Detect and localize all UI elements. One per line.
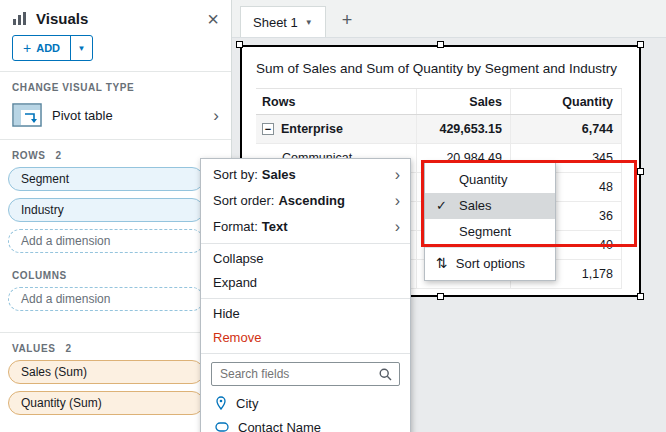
menu-item-sort-order[interactable]: Sort order:Ascending › <box>201 188 410 214</box>
visual-type-label: Pivot table <box>52 108 213 123</box>
table-row: − Enterprise 429,653.15 6,744 <box>256 115 622 144</box>
add-sheet-button[interactable]: + <box>342 11 353 29</box>
search-field-container <box>201 357 410 391</box>
field-label: Contact Name <box>238 420 321 432</box>
menu-item-format[interactable]: Format:Text › <box>201 214 410 240</box>
row-pill-industry[interactable]: Industry <box>8 198 204 222</box>
add-button[interactable]: + ADD ▼ <box>12 35 93 61</box>
change-visual-type-label: CHANGE VISUAL TYPE <box>0 72 231 99</box>
rows-section-label: ROWS 2 <box>0 140 231 167</box>
chevron-down-icon[interactable]: ▼ <box>305 18 313 27</box>
tab-label: Sheet 1 <box>253 15 298 30</box>
col-header-rows: Rows <box>256 89 416 114</box>
selection-handle[interactable] <box>637 293 644 300</box>
chevron-down-icon: ▼ <box>78 44 86 53</box>
location-pin-icon <box>215 396 227 410</box>
menu-item-sort-by[interactable]: Sort by:Sales › <box>201 162 410 188</box>
menu-item-remove[interactable]: Remove <box>201 326 410 350</box>
chevron-right-icon: › <box>213 107 219 124</box>
visuals-panel: Visuals × + ADD ▼ CHANGE VISUAL TYPE Piv… <box>0 0 232 432</box>
add-button-caret[interactable]: ▼ <box>70 36 92 60</box>
selection-handle[interactable] <box>437 41 444 48</box>
value-pill-quantity[interactable]: Quantity (Sum) <box>8 391 204 415</box>
menu-divider <box>201 353 410 354</box>
selection-handle[interactable] <box>236 41 243 48</box>
context-menu: Sort by:Sales › Sort order:Ascending › F… <box>200 158 411 432</box>
values-count: 2 <box>65 343 71 354</box>
collapse-icon[interactable]: − <box>262 123 274 135</box>
sort-arrows-icon: ⇅ <box>436 255 448 271</box>
panel-title: Visuals <box>36 10 207 27</box>
columns-section-label: COLUMNS <box>0 260 231 287</box>
field-item-contact-name[interactable]: Contact Name <box>201 415 410 432</box>
menu-divider <box>201 298 410 299</box>
row-pill-segment[interactable]: Segment <box>8 167 204 191</box>
sheet-tab-bar: Sheet 1 ▼ + <box>232 0 666 38</box>
rows-count: 2 <box>56 150 62 161</box>
add-dimension-row-well[interactable]: Add a dimension <box>8 229 204 253</box>
menu-divider <box>425 247 555 248</box>
value-pill-sales[interactable]: Sales (Sum) <box>8 360 204 384</box>
submenu-arrow-icon: › <box>395 162 400 188</box>
search-input[interactable] <box>211 362 400 386</box>
visual-title: Sum of Sales and Sum of Quantity by Segm… <box>256 61 617 76</box>
menu-divider <box>201 243 410 244</box>
sort-by-submenu: Quantity ✓ Sales Segment ⇅ Sort options <box>424 162 556 281</box>
table-header-row: Rows Sales Quantity <box>256 89 622 115</box>
cell-sales: 429,653.15 <box>416 115 510 143</box>
submenu-item-quantity[interactable]: Quantity <box>425 167 555 193</box>
submenu-arrow-icon: › <box>395 214 400 240</box>
tab-sheet-1[interactable]: Sheet 1 ▼ <box>240 6 326 37</box>
menu-item-expand[interactable]: Expand <box>201 271 410 295</box>
submenu-item-segment[interactable]: Segment <box>425 219 555 245</box>
submenu-arrow-icon: › <box>395 188 400 214</box>
col-header-sales: Sales <box>416 89 510 114</box>
field-item-city[interactable]: City <box>201 391 410 415</box>
menu-item-hide[interactable]: Hide <box>201 302 410 326</box>
col-header-quantity: Quantity <box>510 89 622 114</box>
add-button-label: ADD <box>36 42 60 54</box>
close-icon[interactable]: × <box>207 12 219 26</box>
submenu-item-sales[interactable]: ✓ Sales <box>425 193 555 219</box>
selection-handle[interactable] <box>437 293 444 300</box>
visual-type-selector[interactable]: Pivot table › <box>0 99 231 139</box>
field-label: City <box>236 396 258 411</box>
dimension-field-icon <box>215 421 229 432</box>
sort-options-item[interactable]: ⇅ Sort options <box>425 250 555 276</box>
add-button-main[interactable]: + ADD <box>13 36 70 60</box>
visuals-panel-icon <box>12 11 28 27</box>
selection-handle[interactable] <box>637 41 644 48</box>
plus-icon: + <box>23 40 31 56</box>
pivot-table-icon <box>12 103 42 127</box>
selection-handle[interactable] <box>637 168 644 175</box>
row-label: Enterprise <box>281 122 343 136</box>
visuals-panel-header: Visuals × <box>0 0 231 31</box>
add-dimension-column-well[interactable]: Add a dimension <box>8 287 204 311</box>
menu-item-collapse[interactable]: Collapse <box>201 247 410 271</box>
search-icon <box>379 368 392 381</box>
values-section-label: VALUES 2 <box>0 333 231 360</box>
check-icon: ✓ <box>436 193 447 219</box>
cell-quantity: 6,744 <box>510 115 622 143</box>
